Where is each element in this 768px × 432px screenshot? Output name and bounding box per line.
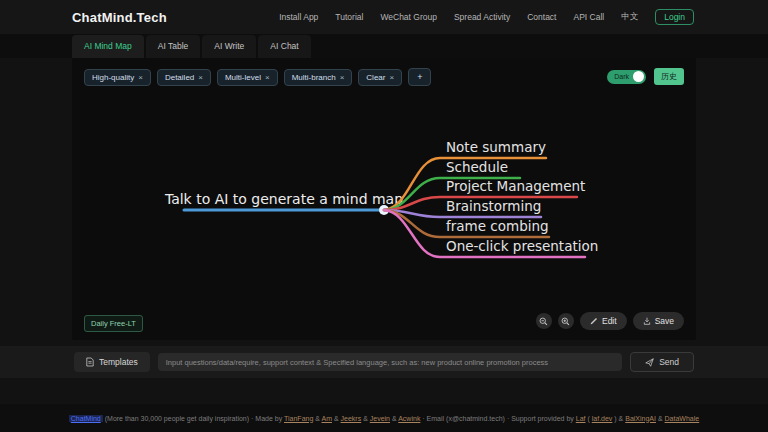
login-button[interactable]: Login	[655, 9, 694, 25]
chip-label: Detailed	[165, 73, 194, 82]
zoom-out-icon	[539, 317, 548, 326]
chip-clear[interactable]: Clear ×	[358, 69, 402, 86]
toggle-knob	[633, 71, 644, 82]
history-button[interactable]: 历史	[654, 68, 684, 85]
branch-label: Project Management	[446, 178, 585, 194]
canvas-bottom-left: Daily Free-LT	[84, 312, 143, 330]
support-link-baixingai[interactable]: BaiXingAI	[625, 415, 656, 422]
author-link-am[interactable]: Am	[322, 415, 333, 422]
nav-wechat-group[interactable]: WeChat Group	[380, 12, 437, 22]
save-icon	[643, 317, 651, 325]
chip-remove-icon[interactable]: ×	[389, 73, 394, 82]
tab-ai-chat[interactable]: AI Chat	[258, 35, 310, 58]
nav-contact[interactable]: Contact	[527, 12, 556, 22]
save-label: Save	[655, 316, 674, 326]
tab-ai-write[interactable]: AI Write	[202, 35, 256, 58]
separator: &	[363, 415, 368, 422]
tab-ai-table[interactable]: AI Table	[146, 35, 201, 58]
footer-email: · Email (x@chatmind.tech)	[422, 415, 505, 422]
author-link-acwink[interactable]: Acwink	[398, 415, 420, 422]
zoom-out-button[interactable]	[536, 313, 552, 329]
save-button[interactable]: Save	[633, 312, 684, 330]
nav-install-app[interactable]: Install App	[279, 12, 318, 22]
tab-ai-mind-map[interactable]: AI Mind Map	[72, 35, 144, 58]
app-header: ChatMind.Tech Install App Tutorial WeCha…	[0, 0, 768, 34]
branch-label: Schedule	[446, 159, 508, 175]
support-link-lafdev[interactable]: laf.dev	[592, 415, 613, 422]
mindmap-graphic: Talk to AI to generate a mind map Note s…	[72, 58, 696, 340]
page-footer: ChatMind (More than 30,000 people get da…	[0, 404, 768, 432]
author-link-jeekrs[interactable]: Jeekrs	[341, 415, 362, 422]
dark-mode-toggle[interactable]: Dark	[607, 70, 646, 84]
branch-label: Brainstorming	[446, 198, 541, 214]
zoom-in-button[interactable]	[558, 313, 574, 329]
dark-mode-label: Dark	[614, 73, 629, 80]
templates-label: Templates	[99, 357, 138, 367]
footer-made-by: · Made by	[251, 415, 282, 422]
nav-tutorial[interactable]: Tutorial	[335, 12, 363, 22]
separator: ) &	[614, 415, 623, 422]
canvas-top-right-controls: Dark 历史	[607, 68, 684, 85]
composer-bar: Templates Send	[0, 346, 768, 378]
chip-label: Multi-level	[225, 73, 261, 82]
nav-api-call[interactable]: API Call	[573, 12, 604, 22]
separator: &	[334, 415, 339, 422]
author-link-jevein[interactable]: Jevein	[370, 415, 390, 422]
chip-remove-icon[interactable]: ×	[265, 73, 270, 82]
prompt-chips-row: High-quality × Detailed × Multi-level × …	[84, 68, 431, 86]
add-chip-button[interactable]: +	[408, 68, 431, 86]
separator: &	[392, 415, 397, 422]
chip-multi-branch[interactable]: Multi-branch ×	[284, 69, 353, 86]
mindmap-branch[interactable]: Brainstorming	[384, 198, 541, 217]
chip-multi-level[interactable]: Multi-level ×	[217, 69, 278, 86]
send-button[interactable]: Send	[630, 352, 694, 372]
send-icon	[645, 358, 654, 367]
app-logo: ChatMind.Tech	[72, 10, 167, 25]
nav-spread-activity[interactable]: Spread Activity	[454, 12, 510, 22]
mindmap-root-node[interactable]: Talk to AI to generate a mind map	[164, 191, 403, 215]
tab-bar: AI Mind Map AI Table AI Write AI Chat	[0, 34, 768, 58]
chip-label: Multi-branch	[292, 73, 336, 82]
separator: &	[658, 415, 663, 422]
mindmap-canvas: Talk to AI to generate a mind map Note s…	[72, 58, 696, 340]
footer-support: · Support provided by	[507, 415, 574, 422]
community-link[interactable]: ChatMind	[69, 415, 103, 422]
chip-remove-icon[interactable]: ×	[198, 73, 203, 82]
document-icon	[86, 357, 94, 367]
branch-label: frame combing	[446, 218, 549, 234]
support-link-datawhale[interactable]: DataWhale	[665, 415, 700, 422]
chip-remove-icon[interactable]: ×	[340, 73, 345, 82]
support-link-laf[interactable]: Laf	[576, 415, 586, 422]
branch-label: One-click presentation	[446, 238, 598, 254]
send-label: Send	[659, 357, 679, 367]
chip-high-quality[interactable]: High-quality ×	[84, 69, 151, 86]
edit-button[interactable]: Edit	[580, 312, 627, 330]
canvas-bottom-right-controls: Edit Save	[536, 312, 684, 330]
separator: &	[315, 415, 320, 422]
chip-detailed[interactable]: Detailed ×	[157, 69, 211, 86]
author-link-tianfang[interactable]: TianFang	[284, 415, 313, 422]
plus-icon: +	[417, 72, 422, 82]
nav-language-switch[interactable]: 中文	[621, 11, 638, 23]
prompt-input[interactable]	[158, 353, 622, 371]
chip-remove-icon[interactable]: ×	[138, 73, 143, 82]
edit-label: Edit	[602, 316, 617, 326]
pencil-icon	[590, 317, 598, 325]
branch-label: Note summary	[446, 139, 546, 155]
root-label: Talk to AI to generate a mind map	[164, 191, 403, 207]
chip-label: Clear	[366, 73, 385, 82]
footer-text: ChatMind (More than 30,000 people get da…	[69, 415, 699, 422]
chip-label: High-quality	[92, 73, 134, 82]
footer-tagline: (More than 30,000 people get daily inspi…	[105, 415, 249, 422]
separator: (	[587, 415, 589, 422]
zoom-in-icon	[561, 317, 570, 326]
templates-button[interactable]: Templates	[74, 352, 150, 372]
top-nav: Install App Tutorial WeChat Group Spread…	[279, 9, 694, 25]
daily-free-badge: Daily Free-LT	[84, 315, 143, 332]
